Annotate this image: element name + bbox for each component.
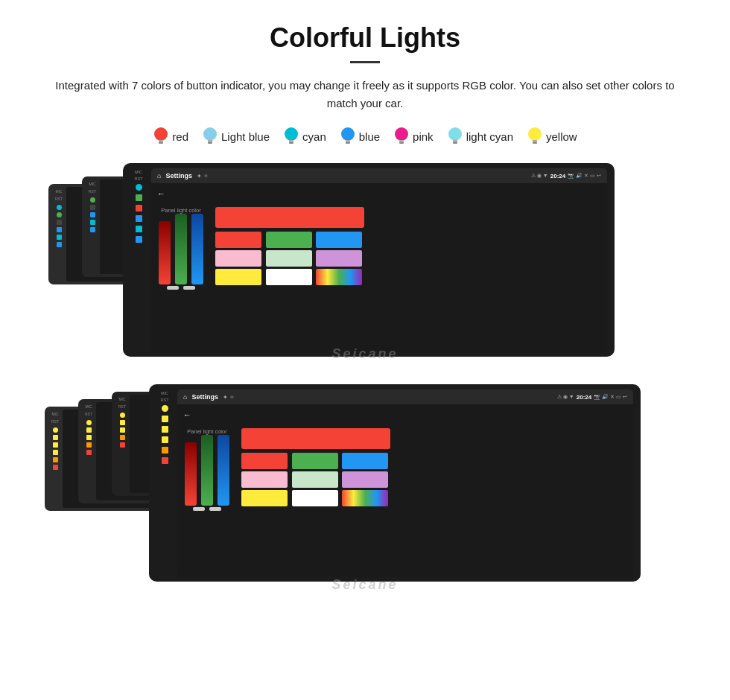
- side-controls-bottom: MIC RST: [156, 389, 173, 576]
- color-label-pink: pink: [413, 130, 434, 143]
- svg-rect-8: [289, 142, 293, 144]
- color-label-blue: blue: [359, 130, 380, 143]
- color-label-cyan: cyan: [302, 130, 326, 143]
- svg-point-6: [285, 127, 298, 141]
- top-device-group: MIC RST Screen MIC RST: [45, 163, 685, 375]
- color-label-lightcyan: light cyan: [466, 130, 513, 143]
- color-item-red: red: [153, 126, 188, 147]
- svg-point-0: [154, 127, 168, 141]
- description-text: Integrated with 7 colors of button indic…: [45, 77, 685, 112]
- main-unit-top: MIC RST ⌂ Settings ✦ ✧: [123, 163, 615, 357]
- svg-rect-11: [346, 142, 350, 144]
- blue-bulb-icon: [340, 126, 356, 147]
- svg-point-3: [203, 127, 217, 141]
- bottom-device-group: MIC RST MIC RST: [45, 384, 685, 604]
- color-label-yellow: yellow: [546, 130, 577, 143]
- color-indicator-row: red Light blue cyan blue: [45, 126, 685, 147]
- screen-time-top: 20:24: [550, 173, 565, 179]
- watermark-bottom: Seicane: [331, 577, 398, 593]
- svg-rect-2: [159, 142, 163, 144]
- svg-rect-17: [453, 142, 457, 144]
- color-item-lightblue: Light blue: [202, 126, 270, 147]
- screen-bottom: ⌂ Settings ✦ ✧ ⚠ ◉ ▼ 20:24 📷 🔊 ✕ ▭ ↩ ←: [177, 389, 633, 576]
- color-item-yellow: yellow: [527, 126, 577, 147]
- svg-point-9: [341, 127, 355, 141]
- cyan-bulb-icon: [283, 126, 299, 147]
- svg-point-18: [528, 127, 542, 141]
- color-item-lightcyan: light cyan: [447, 126, 513, 147]
- screen-top: ⌂ Settings ✦ ✧ ⚠ ◉ ▼ 20:24 📷 🔊 ✕ ▭ ↩ ←: [151, 168, 607, 351]
- panel-label-top: Panel light color: [161, 207, 200, 214]
- svg-rect-14: [399, 142, 404, 144]
- color-label-lightblue: Light blue: [221, 130, 270, 143]
- title-divider: [350, 61, 380, 63]
- watermark-top: Seicane: [331, 346, 398, 362]
- svg-rect-5: [208, 142, 212, 144]
- red-bulb-icon: [153, 126, 169, 147]
- svg-rect-20: [533, 142, 537, 144]
- svg-point-15: [448, 127, 462, 141]
- svg-point-12: [395, 127, 408, 141]
- color-item-blue: blue: [340, 126, 380, 147]
- pink-bulb-icon: [393, 126, 410, 147]
- main-unit-bottom: MIC RST ⌂ Settings ✦ ✧ ⚠ ◉: [149, 384, 641, 582]
- side-controls-top: MIC RST: [130, 168, 147, 351]
- screen-title-bottom: Settings: [191, 393, 218, 401]
- lightblue-bulb-icon: [202, 126, 218, 147]
- color-item-cyan: cyan: [283, 126, 326, 147]
- yellow-bulb-icon: [527, 126, 543, 147]
- color-label-red: red: [172, 130, 188, 143]
- lightcyan-bulb-icon: [447, 126, 463, 147]
- screen-title-top: Settings: [165, 172, 192, 179]
- screen-time-bottom: 20:24: [577, 394, 591, 401]
- color-item-pink: pink: [393, 126, 434, 147]
- panel-label-bottom: Panel light color: [187, 428, 226, 435]
- page-title: Colorful Lights: [45, 22, 685, 54]
